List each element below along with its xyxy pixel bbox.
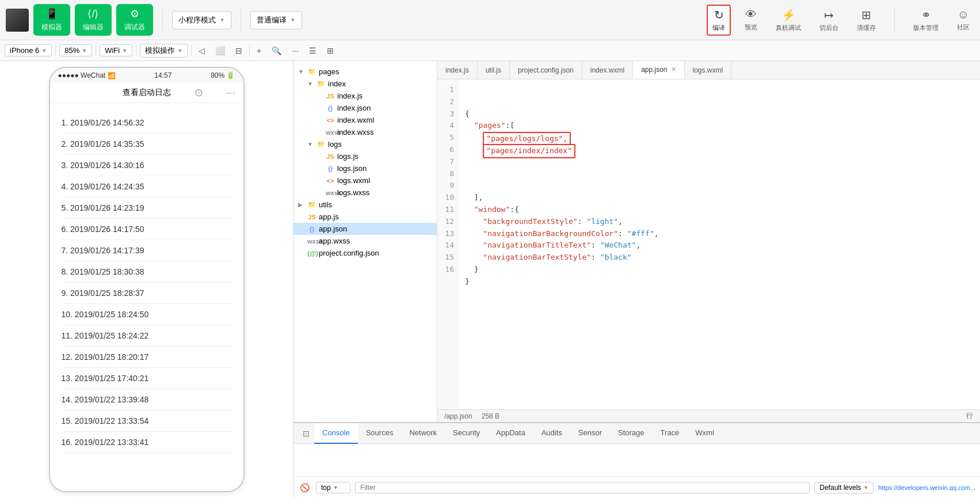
status-row: 行: [966, 411, 973, 421]
phone-nav-dots[interactable]: ···: [226, 87, 235, 99]
devtools-tab-label: Trace: [661, 428, 680, 437]
file-tree-item[interactable]: wxss logs.wxss: [293, 187, 437, 199]
right-panel: ▼ 📁 pages ▼ 📁 index JS index.js {} index…: [293, 61, 980, 498]
clear-cache-button[interactable]: ⊞ 清缓存: [852, 6, 880, 35]
console-select-arrow: ▼: [333, 485, 338, 491]
devtools-tab-console[interactable]: Console: [314, 423, 358, 444]
tab-close-icon[interactable]: ✕: [671, 66, 676, 73]
devtools-panel-icon[interactable]: ⊡: [298, 429, 314, 438]
devtools-tab-label: Audits: [542, 428, 562, 437]
editor-tab[interactable]: app.json✕: [633, 61, 684, 79]
file-tree-item[interactable]: {@} project.config.json: [293, 247, 437, 259]
file-tree-item[interactable]: ▼ 📁 index: [293, 78, 437, 90]
editor-tab[interactable]: index.wxml: [582, 61, 633, 79]
toolbar-separator-1: [162, 9, 163, 32]
filter-input[interactable]: [355, 482, 810, 493]
file-tree-item[interactable]: <> index.wxml: [293, 114, 437, 126]
line-number: 14: [441, 240, 454, 252]
editor-tab[interactable]: index.js: [437, 61, 478, 79]
debugger-button[interactable]: ⚙ 调试器: [116, 4, 153, 36]
code-area: 12345678910111213141516 { "pages":[ "pag…: [437, 79, 980, 409]
file-tree-item[interactable]: <> logs.wxml: [293, 174, 437, 187]
devtools-link[interactable]: https://developers.weixin.qq.com...: [878, 484, 975, 491]
editor-panel: index.jsutil.jsproject.config.jsonindex.…: [437, 61, 980, 422]
cut-backend-button[interactable]: ↦ 切后台: [815, 6, 843, 35]
file-tree-item[interactable]: ▼ 📁 pages: [293, 66, 437, 78]
devtools-tab-storage[interactable]: Storage: [610, 423, 653, 444]
default-levels-select[interactable]: Default levels ▼: [814, 482, 874, 493]
devtools-tab-trace[interactable]: Trace: [653, 423, 688, 444]
tree-file-name: index: [328, 79, 346, 88]
file-tree-item[interactable]: ▶ 📁 utils: [293, 199, 437, 211]
file-tree-item[interactable]: ▼ 📁 logs: [293, 138, 437, 150]
real-debug-button[interactable]: ⚡ 真机调试: [771, 6, 806, 35]
code-line: "navigationBarTitleText": "WeChat",: [465, 240, 973, 252]
indent-icon[interactable]: ☰: [306, 44, 320, 57]
code-line: [465, 288, 973, 300]
compile-select[interactable]: 普通编译 ▼: [250, 11, 302, 29]
editor-button[interactable]: ⟨/⟩ 编辑器: [75, 4, 112, 36]
file-tree-item[interactable]: wxss app.wxss: [293, 235, 437, 247]
tree-arrow-icon: ▼: [307, 81, 314, 87]
editor-tab[interactable]: project.config.json: [510, 61, 582, 79]
back-icon[interactable]: ◁: [195, 44, 208, 57]
search-icon[interactable]: 🔍: [268, 44, 285, 57]
phone-signal: ●●●●● WeChat 📶: [58, 71, 116, 79]
file-tree-item[interactable]: {} index.json: [293, 102, 437, 114]
tab-label: logs.wxml: [693, 66, 723, 74]
network-select[interactable]: WiFi ▼: [100, 44, 132, 56]
file-tree-item[interactable]: JS index.js: [293, 90, 437, 102]
phone-content: 1. 2019/01/26 14:56:322. 2019/01/26 14:3…: [50, 103, 243, 491]
split-icon[interactable]: ⊟: [232, 44, 246, 57]
log-item: 9. 2019/01/25 18:28:37: [62, 283, 232, 304]
file-tree-item[interactable]: {} logs.json: [293, 162, 437, 174]
device-select[interactable]: iPhone 6 ▼: [5, 44, 52, 56]
log-item: 1. 2019/01/26 14:56:32: [62, 112, 232, 134]
compile-button[interactable]: ↻ 编译: [707, 5, 731, 36]
column-icon[interactable]: ⊞: [323, 44, 337, 57]
file-size: 258 B: [482, 412, 499, 420]
toolbar-separator-2: [241, 9, 241, 32]
log-item: 5. 2019/01/26 14:23:19: [62, 197, 232, 219]
community-button[interactable]: ☺ 社区: [952, 6, 974, 34]
devtools-block-icon[interactable]: 🚫: [298, 481, 311, 494]
log-item: 15. 2019/01/22 13:33:54: [62, 410, 232, 432]
version-mgr-button[interactable]: ⚭ 版本管理: [909, 6, 943, 35]
devtools-tab-sensor[interactable]: Sensor: [570, 423, 610, 444]
preview-button[interactable]: 👁 预览: [740, 6, 762, 34]
debugger-label: 调试器: [124, 22, 145, 32]
tree-file-name: project.config.json: [319, 249, 379, 257]
line-number: 16: [441, 264, 454, 276]
devtools-tab-security[interactable]: Security: [445, 423, 488, 444]
compile-label: 普通编译: [257, 15, 287, 25]
console-context-select[interactable]: top ▼: [316, 482, 350, 493]
devtools-tab-wxml[interactable]: Wxml: [687, 423, 722, 444]
file-tree-item[interactable]: wxss index.wxss: [293, 126, 437, 138]
file-tree-item[interactable]: JS app.js: [293, 211, 437, 223]
editor-tab[interactable]: util.js: [478, 61, 510, 79]
editor-area: ▼ 📁 pages ▼ 📁 index JS index.js {} index…: [293, 61, 980, 422]
operation-select[interactable]: 模拟操作 ▼: [140, 44, 188, 58]
tree-file-name: logs: [328, 140, 342, 149]
code-content[interactable]: { "pages":[ "pages/logs/logs", "pages/in…: [458, 79, 980, 409]
editor-tab[interactable]: logs.wxml: [685, 61, 732, 79]
community-icon: ☺: [958, 8, 969, 21]
file-tree-item[interactable]: {} app.json: [293, 223, 437, 235]
zoom-select[interactable]: 85% ▼: [59, 44, 92, 56]
file-tree-item[interactable]: JS logs.js: [293, 150, 437, 162]
devtools-tab-audits[interactable]: Audits: [533, 423, 570, 444]
tree-file-icon: wxss: [326, 189, 335, 196]
rotate-icon[interactable]: ⬜: [212, 44, 228, 57]
devtools-tab-network[interactable]: Network: [401, 423, 445, 444]
more-icon[interactable]: ···: [288, 44, 302, 57]
log-item: 11. 2019/01/25 18:24:22: [62, 325, 232, 347]
phone-scan-icon[interactable]: ⊙: [195, 86, 203, 99]
log-item: 14. 2019/01/22 13:39:48: [62, 389, 232, 410]
mode-select[interactable]: 小程序模式 ▼: [172, 11, 231, 29]
devtools-tab-appdata[interactable]: AppData: [488, 423, 533, 444]
devtools-tab-sources[interactable]: Sources: [358, 423, 402, 444]
log-item: 6. 2019/01/26 14:17:50: [62, 219, 232, 240]
simulator-button[interactable]: 📱 模拟器: [33, 4, 70, 36]
code-line: }: [465, 276, 973, 288]
add-icon[interactable]: +: [253, 44, 265, 57]
